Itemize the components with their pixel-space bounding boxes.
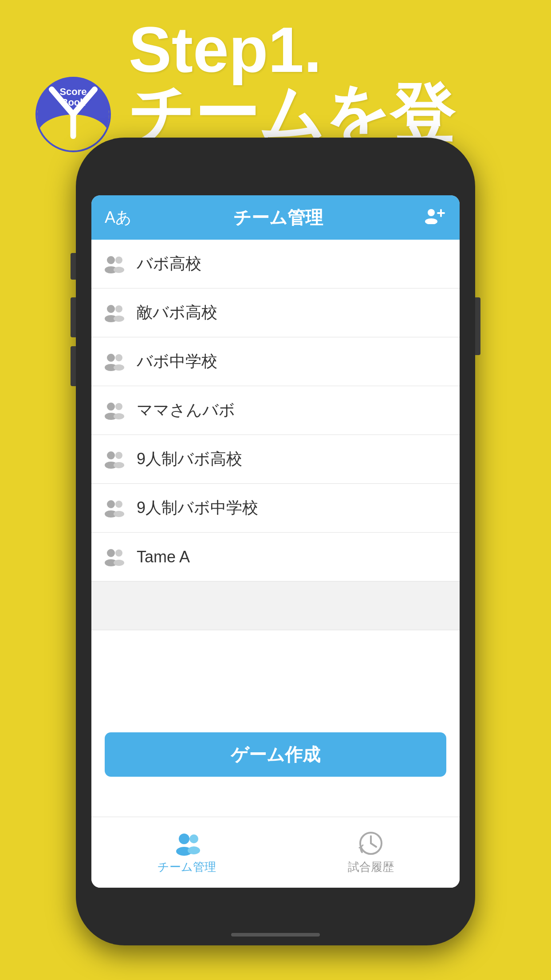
svg-point-15 — [115, 305, 122, 312]
svg-point-19 — [115, 354, 122, 361]
svg-point-21 — [107, 403, 115, 411]
tab-match-history[interactable]: 試合履歴 — [348, 830, 394, 875]
svg-point-36 — [114, 560, 124, 566]
group-icon — [102, 350, 126, 374]
svg-point-39 — [189, 834, 198, 843]
list-item[interactable]: 敵バボ高校 — [91, 288, 460, 337]
phone-side-button-vol-down — [71, 346, 76, 386]
match-history-icon — [358, 830, 384, 857]
svg-point-33 — [107, 549, 115, 557]
create-game-button[interactable]: ゲーム作成 — [105, 732, 446, 777]
home-indicator — [231, 933, 320, 937]
svg-point-28 — [114, 462, 124, 468]
svg-point-31 — [115, 501, 122, 508]
tab-team-management-label: チーム管理 — [157, 859, 216, 875]
svg-point-17 — [107, 354, 115, 362]
empty-row — [91, 581, 460, 630]
list-item[interactable]: Tame A — [91, 533, 460, 581]
svg-point-23 — [115, 403, 122, 410]
group-icon — [102, 301, 126, 325]
group-icon — [102, 447, 126, 471]
team-name: 9人制バボ中学校 — [137, 497, 258, 519]
phone-side-button-power — [475, 297, 480, 355]
tab-match-history-label: 試合履歴 — [348, 859, 394, 875]
team-management-icon — [173, 830, 200, 857]
list-item[interactable]: 9人制バボ中学校 — [91, 484, 460, 533]
tab-team-management[interactable]: チーム管理 — [157, 830, 216, 875]
svg-point-25 — [107, 451, 115, 459]
group-icon — [102, 496, 126, 520]
team-name: Tame A — [137, 548, 190, 566]
svg-point-12 — [114, 267, 124, 273]
svg-point-24 — [114, 413, 124, 419]
svg-point-37 — [179, 834, 189, 844]
logo-circle: Score Book — [35, 77, 111, 152]
nav-left-button[interactable]: Aあ — [105, 207, 132, 229]
team-name: バボ中学校 — [137, 351, 217, 372]
logo-text: Score Book — [59, 87, 87, 108]
svg-point-40 — [188, 846, 200, 854]
svg-point-20 — [114, 364, 124, 371]
team-name: バボ高校 — [137, 253, 201, 275]
svg-point-27 — [115, 452, 122, 459]
create-game-label: ゲーム作成 — [231, 743, 320, 767]
list-item[interactable]: 9人制バボ高校 — [91, 435, 460, 484]
list-item[interactable]: バボ中学校 — [91, 337, 460, 386]
nav-bar: Aあ チーム管理 — [91, 195, 460, 240]
tab-bar: チーム管理 試合履歴 — [91, 817, 460, 888]
list-item[interactable]: バボ高校 — [91, 240, 460, 288]
group-icon — [102, 252, 126, 276]
phone-screen: Aあ チーム管理 — [91, 195, 460, 888]
svg-point-6 — [425, 218, 437, 224]
svg-point-32 — [114, 511, 124, 517]
team-list: バボ高校 敵バボ高校 バボ中学校 — [91, 240, 460, 817]
svg-point-5 — [428, 209, 435, 216]
svg-point-16 — [114, 316, 124, 322]
svg-point-9 — [107, 256, 115, 264]
nav-title: チーム管理 — [233, 205, 323, 230]
phone-side-button-mute — [71, 253, 76, 280]
list-item[interactable]: ママさんバボ — [91, 386, 460, 435]
team-name: ママさんバボ — [137, 399, 235, 421]
phone-mockup: Aあ チーム管理 — [76, 138, 475, 945]
team-name: 9人制バボ高校 — [137, 448, 242, 470]
svg-point-29 — [107, 500, 115, 508]
group-icon — [102, 545, 126, 569]
add-group-icon[interactable] — [424, 206, 446, 229]
group-icon — [102, 399, 126, 423]
svg-point-11 — [115, 257, 122, 264]
svg-point-13 — [107, 305, 115, 313]
team-name: 敵バボ高校 — [137, 302, 217, 324]
phone-side-button-vol-up — [71, 297, 76, 337]
svg-point-35 — [115, 549, 122, 557]
